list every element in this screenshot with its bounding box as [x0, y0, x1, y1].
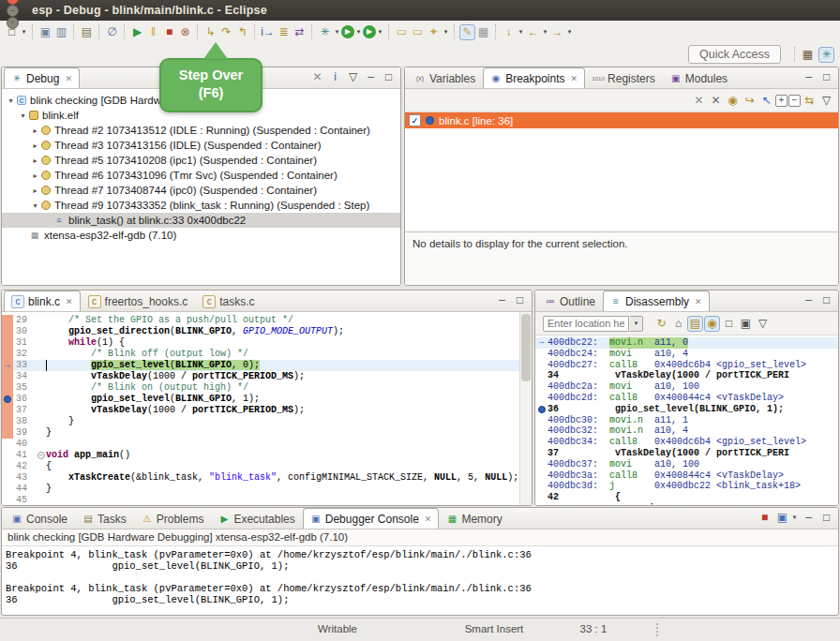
close-button[interactable]: ✕ — [7, 0, 19, 5]
tab-console[interactable]: ▣Console — [4, 508, 75, 529]
disassembly-line[interactable]: app_main: — [535, 503, 838, 505]
debug-launch-dropdown-icon[interactable]: ▾ — [333, 28, 341, 36]
disassembly-line[interactable]: 400dbc30: movi.n a11, 1 — [535, 415, 838, 426]
minimize-icon[interactable]: ‒ — [801, 291, 817, 307]
sync-context-icon[interactable]: ◉ — [704, 316, 720, 332]
editor-line[interactable]: 42{ — [2, 461, 520, 472]
show-breakpoints-for-selected-icon[interactable]: ◉ — [725, 93, 741, 109]
editor-line[interactable]: 43 xTaskCreate(&blink_task, "blink_task"… — [2, 472, 520, 484]
editor-line[interactable]: 40 — [2, 439, 520, 450]
editor-line[interactable]: 31 while(1) { — [2, 337, 520, 349]
debug-launch-icon[interactable]: ✳ — [317, 24, 333, 40]
block-selection-icon[interactable]: ▦ — [475, 24, 491, 40]
disassembly-line[interactable]: 42 { — [535, 492, 838, 503]
terminate-icon[interactable]: ■ — [161, 24, 177, 40]
editor-scrollbar[interactable] — [519, 312, 532, 505]
maximize-icon[interactable]: □ — [818, 68, 834, 84]
back-dropdown-icon[interactable]: ▾ — [541, 28, 549, 36]
tab-variables[interactable]: (x)Variables — [407, 67, 483, 88]
disassembly-line[interactable]: →400dbc22: movi.n a11, 0 — [535, 337, 838, 349]
debug-perspective-icon[interactable]: ✳ — [818, 47, 834, 63]
location-dropdown-icon[interactable]: ▾ — [630, 316, 643, 332]
tab-problems[interactable]: ⚠Problems — [134, 508, 212, 529]
search-flashlight-icon[interactable]: ✦ — [426, 24, 442, 40]
editor-line[interactable]: 45 — [2, 495, 520, 505]
editor-line[interactable]: 29 /* Set the GPIO as a push/pull output… — [2, 315, 520, 326]
tab-debug[interactable]: ✳Debug✕ — [4, 67, 80, 88]
run-launch-icon[interactable]: ▶ — [341, 25, 354, 38]
stop-icon[interactable]: ■ — [757, 509, 772, 525]
last-edit-location-icon[interactable]: ↓ — [501, 24, 517, 40]
suspend-icon[interactable]: ‖ — [145, 24, 161, 40]
disassembly-line[interactable]: 400dbc3a: call8 0x400844c4 <vTaskDelay> — [535, 470, 838, 482]
close-tab-icon[interactable]: ✕ — [65, 74, 72, 83]
tree-collapse-arrow[interactable]: ▾ — [18, 112, 28, 120]
close-tab-icon[interactable]: ✕ — [66, 297, 73, 306]
disassembly-line[interactable]: 400dbc24: movi a10, 4 — [535, 349, 838, 360]
breakpoint-row[interactable]: ✓ blink.c [line: 36] — [405, 112, 838, 128]
code-editor[interactable]: 29 /* Set the GPIO as a push/pull output… — [2, 312, 532, 505]
step-over-icon[interactable]: ↷ — [218, 24, 234, 40]
disconnect-icon[interactable]: ⊗ — [177, 24, 193, 40]
tree-expand-arrow[interactable]: ▸ — [30, 127, 40, 135]
console-output[interactable]: Breakpoint 4, blink_task (pvParameter=0x… — [2, 546, 838, 615]
external-tools-dropdown-icon[interactable]: ▾ — [376, 28, 384, 36]
disassembly-line[interactable]: 400dbc3d: j 0x400dbc22 <blink_task+18> — [535, 481, 838, 492]
minimize-button[interactable]: – — [7, 5, 19, 17]
debug-tree-item[interactable]: ▦xtensa-esp32-elf-gdb (7.10) — [2, 228, 400, 243]
maximize-icon[interactable]: □ — [381, 68, 397, 84]
maximize-button[interactable]: ▫ — [7, 17, 19, 29]
tab-disassembly[interactable]: ≡Disassembly✕ — [603, 291, 710, 311]
run-launch-dropdown-icon[interactable]: ▾ — [354, 28, 363, 36]
debug-tree-item[interactable]: ▸Thread #5 1073410208 (ipc1) (Suspended … — [2, 153, 400, 168]
tab-outline[interactable]: ≔Outline — [537, 291, 603, 311]
editor-line[interactable]: 30 gpio_set_direction(BLINK_GPIO, GPIO_M… — [2, 326, 520, 337]
forward-dropdown-icon[interactable]: ▾ — [565, 28, 574, 36]
scrollbar-thumb[interactable] — [521, 314, 531, 381]
skip-all-breakpoints-icon[interactable]: ∅ — [104, 24, 120, 40]
remove-breakpoint-icon[interactable]: ✕ — [691, 93, 707, 109]
show-debug-elements-icon[interactable]: ≣ — [276, 24, 292, 40]
disassembly-line[interactable]: 400dbc2a: movi a10, 100 — [535, 381, 838, 393]
tab-modules[interactable]: ▣Modules — [663, 67, 735, 88]
step-return-icon[interactable]: ↰ — [234, 24, 250, 40]
editor-line[interactable]: 38 } — [2, 416, 520, 427]
maximize-icon[interactable]: □ — [512, 291, 528, 307]
back-icon[interactable]: ← — [525, 24, 541, 40]
expand-all-icon[interactable]: + — [775, 95, 788, 107]
save-icon[interactable]: ▣ — [38, 24, 53, 40]
tab-registers[interactable]: 1010Registers — [585, 67, 663, 88]
debug-tree-item[interactable]: ▸Thread #2 1073413512 (IDLE : Running) (… — [2, 123, 400, 138]
tab-freertos-hooks-c[interactable]: cfreertos_hooks.c — [81, 291, 196, 311]
editor-line[interactable]: 36 gpio_set_level(BLINK_GPIO, 1); — [2, 394, 520, 405]
close-tab-icon[interactable]: ✕ — [571, 74, 578, 83]
remove-all-terminated-icon[interactable]: ✕ — [309, 68, 325, 84]
debug-tree-item[interactable]: ▸Thread #7 1073408744 (ipc0) (Suspended … — [2, 183, 400, 198]
open-folder-icon[interactable]: ▭ — [394, 24, 410, 40]
view-menu-icon[interactable]: ▽ — [755, 316, 771, 332]
last-edit-location-dropdown-icon[interactable]: ▾ — [517, 28, 525, 36]
disassembly-line[interactable]: 400dbc27: call8 0x400dc6b4 <gpio_set_lev… — [535, 360, 838, 371]
editor-line[interactable]: 41−void app_main() — [2, 450, 520, 461]
editor-line[interactable]: 34 vTaskDelay(1000 / portTICK_PERIOD_MS)… — [2, 371, 520, 382]
tree-expand-arrow[interactable]: ▸ — [30, 157, 40, 165]
editor-line[interactable]: →33 gpio_set_level(BLINK_GPIO, 0); — [2, 360, 520, 371]
open-resource-icon[interactable]: ▭ — [410, 24, 426, 40]
external-tools-icon[interactable]: ▶ — [363, 25, 376, 38]
disassembly-line[interactable]: 400dbc32: movi.n a10, 4 — [535, 425, 838, 437]
refresh-icon[interactable]: ↻ — [653, 316, 669, 332]
step-into-icon[interactable]: ↳ — [202, 24, 218, 40]
display-console-dropdown-icon[interactable]: ▾ — [790, 514, 799, 521]
new-wizard-dropdown-icon[interactable]: ▾ — [20, 28, 28, 36]
view-menu-icon[interactable]: ▽ — [345, 68, 361, 84]
disassembly-line[interactable]: 37 vTaskDelay(1000 / portTICK_PERI — [535, 448, 838, 459]
minimize-icon[interactable]: ‒ — [801, 68, 817, 84]
minimize-icon[interactable]: ‒ — [363, 68, 379, 84]
tree-expand-arrow[interactable]: ▸ — [30, 171, 40, 180]
build-icon[interactable]: ▤ — [79, 24, 95, 40]
pin-view-icon[interactable]: ▣ — [738, 316, 754, 332]
link-with-debug-icon[interactable]: ⇆ — [802, 93, 818, 109]
minimize-icon[interactable]: ‒ — [801, 509, 817, 525]
save-all-icon[interactable]: ▥ — [53, 24, 69, 40]
debug-tree-item[interactable]: ▸Thread #3 1073413156 (IDLE) (Suspended … — [2, 138, 400, 153]
